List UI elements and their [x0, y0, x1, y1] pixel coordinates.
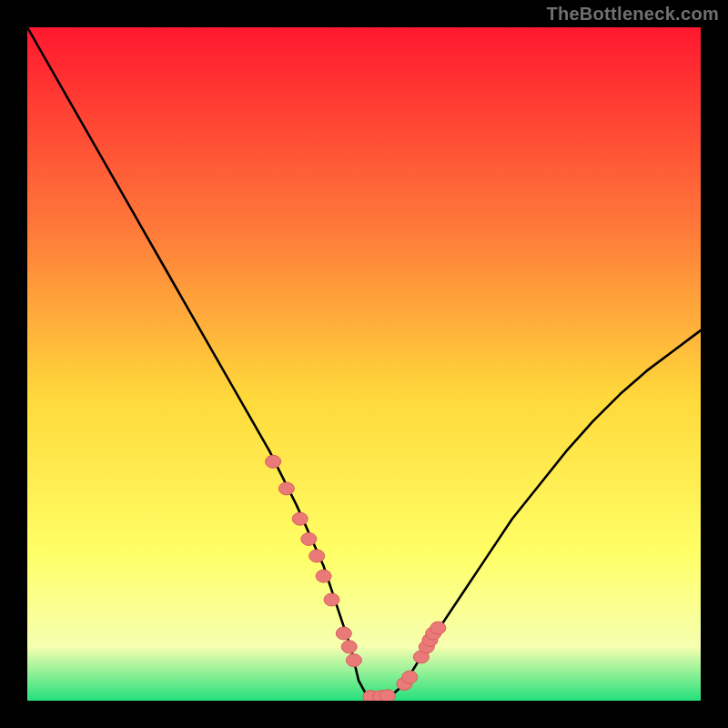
watermark-text: TheBottleneck.com: [546, 4, 719, 25]
heat-gradient-background: [27, 27, 701, 701]
highlight-point: [292, 512, 308, 525]
highlight-point: [309, 550, 325, 562]
chart-frame: TheBottleneck.com: [0, 0, 728, 728]
highlight-point: [324, 593, 339, 606]
highlight-point: [402, 671, 418, 683]
highlight-point: [341, 641, 357, 653]
highlight-point: [266, 455, 281, 468]
bottleneck-chart: [27, 27, 701, 701]
highlight-point: [316, 570, 331, 582]
highlight-point: [346, 654, 361, 667]
highlight-point: [379, 690, 395, 701]
highlight-point: [336, 627, 351, 640]
highlight-point: [430, 622, 446, 634]
highlight-point: [278, 482, 294, 495]
highlight-point: [301, 532, 317, 545]
